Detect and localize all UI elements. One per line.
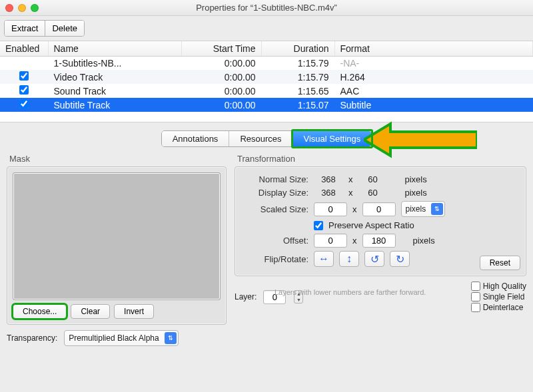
transparency-label: Transparency: [7,333,57,343]
svg-marker-0 [364,124,477,156]
mask-preview [13,172,221,300]
clear-button[interactable]: Clear [71,304,110,319]
chevrons-icon: ⇅ [431,203,443,215]
table-row[interactable]: Sound Track0:00.001:15.65AAC [0,84,533,98]
track-duration: 1:15.07 [261,98,334,112]
track-duration: 1:15.79 [261,57,334,71]
rotate-cw-icon[interactable]: ↻ [390,251,410,267]
scaled-width-input[interactable] [314,202,347,216]
flip-rotate-label: Flip/Rotate: [242,254,308,264]
display-height: 60 [358,188,388,198]
layer-label: Layer: [235,292,257,301]
table-row[interactable]: Subtitle Track0:00.001:15.07Subtitle [0,98,533,112]
normal-height: 60 [358,174,388,184]
tab-visual-settings[interactable]: Visual Settings [293,131,372,146]
track-start: 0:00.00 [181,70,261,84]
display-size-label: Display Size: [242,188,308,198]
chevrons-icon: ⇅ [165,332,177,344]
titlebar: Properties for “1-Subtitles-NBC.m4v” [0,0,533,16]
high-quality-label: High Quality [483,282,526,291]
pixels-label: pixels [413,236,435,246]
preserve-aspect-label: Preserve Aspect Ratio [328,220,414,230]
track-duration: 1:15.79 [261,70,334,84]
scaled-size-label: Scaled Size: [242,204,308,214]
table-row[interactable]: 1-Subtitles-NB...0:00.001:15.79-NA- [0,57,533,71]
track-format: AAC [334,84,533,98]
offset-x-input[interactable] [314,234,347,248]
settings-pane: Annotations Resources Visual Settings Ma… [0,122,533,349]
rotate-ccw-icon[interactable]: ↺ [364,251,384,267]
normal-width: 368 [314,174,343,184]
track-format: Subtitle [334,98,533,112]
mask-label: Mask [9,154,227,164]
track-name: Sound Track [48,84,181,98]
col-format: Format [334,41,533,57]
table-row[interactable]: Video Track0:00.001:15.79H.264 [0,70,533,84]
choose-button[interactable]: Choose... [13,304,67,319]
track-start: 0:00.00 [181,84,261,98]
col-duration: Duration [261,41,334,57]
col-enabled: Enabled [0,41,48,57]
offset-y-input[interactable] [362,234,396,248]
transparency-select[interactable]: Premultiplied Black Alpha ⇅ [64,330,178,346]
window-title: Properties for “1-Subtitles-NBC.m4v” [0,3,533,13]
deinterlace-label: Deinterlace [483,303,524,312]
reset-button[interactable]: Reset [480,256,520,270]
track-format: -NA- [334,57,533,71]
extract-button[interactable]: Extract [5,21,45,36]
track-name: Video Track [48,70,181,84]
delete-button[interactable]: Delete [45,21,84,36]
col-name: Name [48,41,181,57]
col-start: Start Time [181,41,261,57]
invert-button[interactable]: Invert [114,304,154,319]
deinterlace-checkbox[interactable] [471,303,480,312]
enabled-checkbox[interactable] [19,71,29,81]
offset-label: Offset: [242,236,308,246]
tab-annotations[interactable]: Annotations [162,131,230,146]
display-width: 368 [314,188,343,198]
x-sep: x [348,188,353,198]
track-start: 0:00.00 [181,98,261,112]
enabled-checkbox[interactable] [19,85,29,95]
pixels-label: pixels [405,174,427,184]
tracks-table[interactable]: Enabled Name Start Time Duration Format … [0,41,533,112]
toolbar: Extract Delete [0,16,533,41]
track-duration: 1:15.65 [261,84,334,98]
flip-vertical-icon[interactable]: ↕ [339,251,359,267]
scaled-height-input[interactable] [362,202,396,216]
tab-row: Annotations Resources Visual Settings [7,130,526,147]
track-format: H.264 [334,70,533,84]
x-sep: x [348,174,353,184]
tab-resources[interactable]: Resources [229,131,292,146]
x-sep: x [352,236,357,246]
x-sep: x [352,204,357,214]
annotation-arrow-icon [364,121,477,158]
track-name: 1-Subtitles-NB... [48,57,181,71]
flip-horizontal-icon[interactable]: ↔ [314,251,334,267]
high-quality-checkbox[interactable] [471,282,480,291]
track-start: 0:00.00 [181,57,261,71]
scaled-unit-select[interactable]: pixels ⇅ [401,201,446,217]
single-field-label: Single Field [483,292,525,301]
enabled-checkbox[interactable] [19,99,29,108]
single-field-checkbox[interactable] [471,292,480,301]
pixels-label: pixels [405,188,427,198]
preserve-aspect-checkbox[interactable] [314,221,323,230]
normal-size-label: Normal Size: [242,174,308,184]
track-name: Subtitle Track [48,98,181,112]
